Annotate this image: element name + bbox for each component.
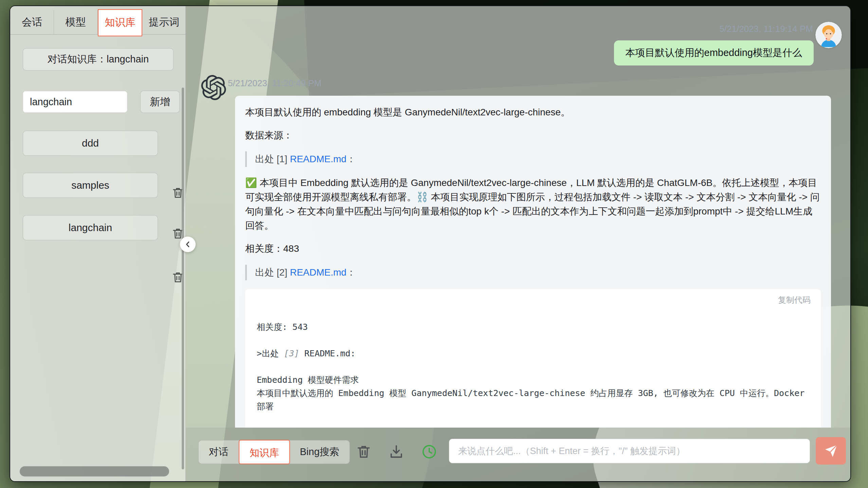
tab-model[interactable]: 模型 (54, 10, 98, 34)
relevance-score: 相关度：483 (245, 242, 821, 256)
tab-knowledge-base[interactable]: 知识库 (98, 9, 143, 36)
assistant-paragraph: 数据来源： (245, 128, 821, 143)
tab-session[interactable]: 会话 (10, 10, 54, 34)
add-kb-button[interactable]: 新增 (140, 91, 180, 113)
app-window: 会话 模型 知识库 提示词 对话知识库：langchain 新增 ddd sam… (10, 5, 851, 482)
quote-suffix: ： (346, 267, 356, 278)
kb-name-input[interactable] (23, 91, 127, 113)
kb-select-button[interactable]: 对话知识库：langchain (23, 48, 174, 71)
chat-area: 5/21/2023, 11:19:14 PM (186, 6, 850, 428)
copy-code-button[interactable]: 复制代码 (778, 295, 811, 305)
export-download-icon[interactable] (388, 444, 404, 460)
mode-knowledge-base[interactable]: 知识库 (239, 440, 290, 464)
openai-logo-icon (201, 75, 226, 100)
user-message-text: 本项目默认使用的embedding模型是什么 (626, 46, 802, 60)
message-input[interactable] (449, 439, 810, 463)
clear-chat-trash-icon[interactable] (356, 444, 372, 460)
mode-switch-group: 对话 知识库 Bing搜索 (198, 440, 350, 464)
kb-item-langchain[interactable]: langchain (23, 215, 158, 240)
paper-plane-icon (824, 444, 838, 458)
assistant-paragraph: ✅ 本项目中 Embedding 默认选用的是 GanymedeNil/text… (245, 176, 821, 233)
assistant-paragraph: 本项目默认使用的 embedding 模型是 GanymedeNil/text2… (245, 105, 821, 119)
footer-toolbar: 对话 知识库 Bing搜索 (186, 428, 850, 481)
code-line: 相关度: 543 (257, 320, 809, 334)
code-block: 复制代码 相关度: 543 >出处 [3] README.md: Embeddi… (245, 289, 821, 428)
sidebar-vertical-scrollbar[interactable] (182, 88, 184, 469)
quote-prefix: 出处 [1] (255, 154, 290, 164)
user-message-timestamp: 5/21/2023, 11:19:14 PM (719, 24, 813, 34)
kb-item-samples[interactable]: samples (23, 173, 158, 198)
code-text: >出处 (257, 349, 284, 358)
readme-link[interactable]: README.md (290, 267, 346, 278)
screen: 会话 模型 知识库 提示词 对话知识库：langchain 新增 ddd sam… (0, 0, 868, 488)
tab-prompts[interactable]: 提示词 (142, 10, 186, 34)
chevron-left-icon (183, 240, 193, 249)
user-message-bubble: 本项目默认使用的embedding模型是什么 (614, 40, 814, 65)
sidebar-collapse-button[interactable] (180, 237, 196, 252)
mode-bing-search[interactable]: Bing搜索 (290, 440, 349, 464)
kb-item-ddd[interactable]: ddd (23, 131, 158, 156)
code-ref: [3] (284, 349, 299, 358)
user-avatar (815, 22, 842, 48)
source-quote-1: 出处 [1] README.md： (245, 151, 821, 167)
code-line: Embedding 模型硬件需求 (257, 373, 809, 387)
assistant-message-timestamp: 5/21/2023, 11:20:49 PM (228, 78, 322, 89)
history-clock-icon[interactable] (421, 444, 437, 460)
quote-suffix: ： (346, 154, 356, 164)
sidebar-tabbar: 会话 模型 知识库 提示词 (10, 10, 186, 35)
code-line: >出处 [3] README.md: (257, 347, 809, 360)
mode-chat[interactable]: 对话 (199, 440, 239, 464)
source-quote-2: 出处 [2] README.md： (245, 265, 821, 280)
code-line: 本项目中默认选用的 Embedding 模型 GanymedeNil/text2… (257, 387, 809, 413)
sidebar: 会话 模型 知识库 提示词 对话知识库：langchain 新增 ddd sam… (10, 6, 186, 481)
readme-link[interactable]: README.md (290, 154, 346, 164)
quote-prefix: 出处 [2] (255, 267, 290, 278)
send-button[interactable] (816, 437, 846, 465)
code-text: README.md: (299, 349, 356, 358)
sidebar-horizontal-scrollbar[interactable] (20, 466, 169, 476)
assistant-message-bubble: 本项目默认使用的 embedding 模型是 GanymedeNil/text2… (235, 96, 831, 428)
